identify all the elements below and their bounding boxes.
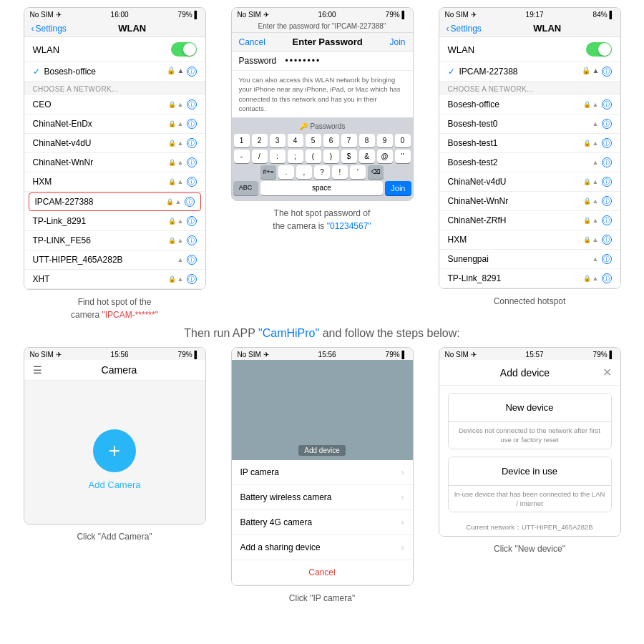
net-bosesh-office[interactable]: Bosesh-office 🔒▲ ⓘ: [439, 95, 620, 114]
ssid-label: Bosesh-test0: [448, 119, 590, 129]
item-label: Battery wireless camera: [240, 492, 332, 502]
info-btn[interactable]: ⓘ: [185, 197, 195, 207]
key-1[interactable]: 1: [234, 134, 250, 147]
net-chinanet-zrfh[interactable]: ChinaNet-ZRfH 🔒▲ ⓘ: [439, 211, 620, 230]
info-btn[interactable]: ⓘ: [602, 99, 612, 109]
add-camera-button[interactable]: +: [93, 429, 136, 472]
key-rparen[interactable]: ): [323, 150, 339, 163]
menu-ip-camera[interactable]: IP camera ›: [232, 460, 413, 485]
ssid-label: HXM: [33, 177, 165, 187]
info-btn[interactable]: ⓘ: [187, 255, 197, 265]
info-btn[interactable]: ⓘ: [602, 215, 612, 225]
info-btn[interactable]: ⓘ: [187, 138, 197, 148]
info-btn[interactable]: ⓘ: [187, 157, 197, 167]
key-dollar[interactable]: $: [341, 150, 357, 163]
key-backspace[interactable]: ⌫: [368, 165, 384, 179]
cancel-btn[interactable]: Cancel: [239, 37, 265, 47]
menu-sharing-device[interactable]: Add a sharing device ›: [232, 535, 413, 560]
info-btn[interactable]: ⓘ: [602, 138, 612, 148]
close-button[interactable]: ✕: [602, 366, 612, 379]
settings-back3[interactable]: ‹ Settings: [447, 24, 482, 34]
network-item-utthiper[interactable]: UTT-HIPER_465A282B ▲ ⓘ: [24, 250, 205, 270]
info-btn[interactable]: ⓘ: [602, 177, 612, 187]
key-period[interactable]: .: [278, 165, 294, 179]
net-tplink[interactable]: TP-Link_8291 🔒▲ ⓘ: [439, 269, 620, 288]
chevron-icon: ›: [401, 542, 404, 552]
info-btn[interactable]: ⓘ: [602, 254, 612, 264]
key-5[interactable]: 5: [306, 134, 321, 147]
info-btn[interactable]: ⓘ: [602, 273, 612, 283]
key-slash[interactable]: /: [252, 150, 268, 163]
menu-battery-4g[interactable]: Battery 4G camera ›: [232, 510, 413, 535]
key-amp[interactable]: &: [359, 150, 375, 163]
key-colon[interactable]: :: [270, 150, 286, 163]
net-bosesh-test2[interactable]: Bosesh-test2 ▲ ⓘ: [439, 153, 620, 172]
key-6[interactable]: 6: [323, 134, 339, 147]
password-input[interactable]: ••••••••: [286, 56, 321, 66]
device-in-use-btn[interactable]: Device in use: [449, 457, 611, 486]
key-8[interactable]: 8: [359, 134, 375, 147]
new-device-btn[interactable]: New device: [449, 394, 611, 422]
hamburger-icon[interactable]: ☰: [33, 364, 42, 376]
key-join[interactable]: Join: [385, 181, 411, 195]
net-hxm[interactable]: HXM 🔒▲ ⓘ: [439, 230, 620, 250]
key-apos[interactable]: ': [350, 165, 366, 179]
network-item-hxm[interactable]: HXM 🔒▲ ⓘ: [24, 172, 205, 192]
ssid-label: ChinaNet-WnNr: [448, 196, 580, 206]
info-btn[interactable]: ⓘ: [187, 274, 197, 284]
info-button3[interactable]: ⓘ: [602, 67, 612, 77]
key-question[interactable]: ?: [314, 165, 330, 179]
menu-cancel[interactable]: Cancel: [232, 560, 413, 585]
key-9[interactable]: 9: [377, 134, 393, 147]
key-at[interactable]: @: [377, 150, 393, 163]
info-btn[interactable]: ⓘ: [602, 196, 612, 206]
wlan-label: WLAN: [33, 44, 60, 55]
network-item-chinanet-v4du[interactable]: ChinaNet-v4dU 🔒▲ ⓘ: [24, 134, 205, 153]
key-7[interactable]: 7: [341, 134, 357, 147]
info-btn[interactable]: ⓘ: [187, 235, 197, 245]
info-btn[interactable]: ⓘ: [187, 99, 197, 109]
net-chinanet-v4du[interactable]: ChinaNet-v4dU 🔒▲ ⓘ: [439, 172, 620, 192]
info-btn[interactable]: ⓘ: [187, 177, 197, 187]
item-label: Battery 4G camera: [240, 517, 313, 527]
info-btn[interactable]: ⓘ: [187, 216, 197, 226]
key-symbols[interactable]: #+=: [260, 165, 276, 179]
wlan-toggle[interactable]: [171, 42, 197, 57]
key-quote[interactable]: ": [395, 150, 411, 163]
key-0[interactable]: 0: [395, 134, 411, 147]
network-item-ceo[interactable]: CEO 🔒▲ ⓘ: [24, 95, 205, 114]
info-btn[interactable]: ⓘ: [602, 235, 612, 245]
network-item-tplinkfe56[interactable]: TP-LINK_FE56 🔒▲ ⓘ: [24, 231, 205, 250]
network-item-chinanet-endx[interactable]: ChinaNet-EnDx 🔒▲ ⓘ: [24, 114, 205, 134]
chevron-icon: ›: [401, 517, 404, 527]
ssid-label: ChinaNet-v4dU: [448, 177, 580, 187]
key-semi[interactable]: ;: [288, 150, 303, 163]
screen3-wrapper: No SIM ✈ 19:17 84% ▌ ‹ Settings WLAN WLA…: [436, 7, 623, 308]
settings-back[interactable]: ‹ Settings: [31, 24, 67, 34]
menu-battery-wireless[interactable]: Battery wireless camera ›: [232, 485, 413, 510]
wlan-toggle3[interactable]: [586, 42, 612, 57]
info-btn[interactable]: ⓘ: [187, 119, 197, 129]
network-item-xht[interactable]: XHT 🔒▲ ⓘ: [24, 270, 205, 289]
network-item-ipcam[interactable]: IPCAM-227388 🔒▲ ⓘ: [29, 192, 201, 211]
net-sunengpai[interactable]: Sunengpai ▲ ⓘ: [439, 250, 620, 269]
net-bosesh-test1[interactable]: Bosesh-test1 🔒▲ ⓘ: [439, 134, 620, 153]
key-dash[interactable]: -: [234, 150, 250, 163]
network-item-chinanet-wnnr[interactable]: ChinaNet-WnNr 🔒▲ ⓘ: [24, 153, 205, 172]
info-button[interactable]: ⓘ: [187, 67, 197, 77]
key-2[interactable]: 2: [252, 134, 268, 147]
key-space[interactable]: space: [260, 181, 384, 195]
key-4[interactable]: 4: [288, 134, 303, 147]
key-abc[interactable]: ABC: [233, 181, 258, 195]
net-bosesh-test0[interactable]: Bosesh-test0 ▲ ⓘ: [439, 114, 620, 134]
key-3[interactable]: 3: [270, 134, 286, 147]
app-screen2-wrapper: No SIM ✈ 15:56 79% ▌ Add device IP camer…: [229, 347, 415, 605]
info-btn[interactable]: ⓘ: [602, 119, 612, 129]
key-exclaim[interactable]: !: [332, 165, 348, 179]
info-btn[interactable]: ⓘ: [602, 157, 612, 167]
network-item-tplink8291[interactable]: TP-Link_8291 🔒▲ ⓘ: [24, 212, 205, 231]
key-lparen[interactable]: (: [306, 150, 321, 163]
join-btn-nav[interactable]: Join: [389, 37, 405, 47]
key-comma[interactable]: ,: [296, 165, 312, 179]
net-chinanet-wnnr[interactable]: ChinaNet-WnNr 🔒▲ ⓘ: [439, 192, 620, 211]
